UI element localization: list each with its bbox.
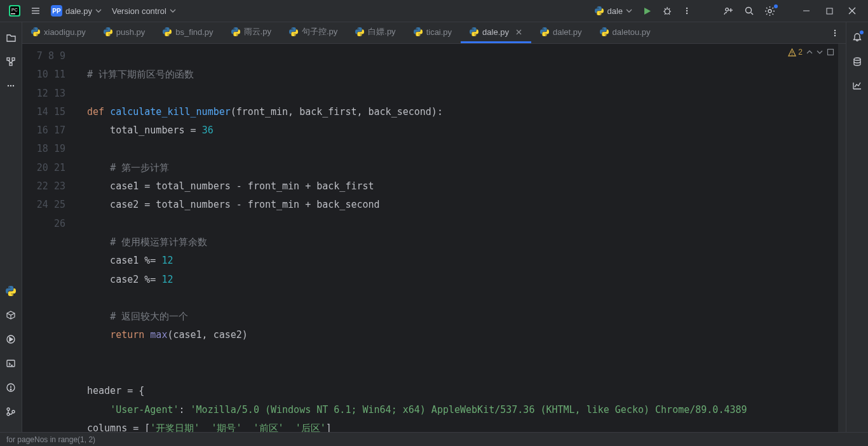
more-actions-button[interactable]	[679, 4, 695, 18]
svg-point-17	[686, 13, 688, 14]
svg-point-47	[834, 32, 836, 33]
svg-rect-29	[12, 58, 15, 60]
vcs-label: Version control	[112, 6, 166, 16]
run-config-dropdown[interactable]: dale	[591, 4, 636, 18]
svg-point-41	[7, 408, 10, 410]
tab-label: 句子控.py	[302, 26, 337, 37]
tab-label: push.py	[116, 27, 146, 37]
project-dropdown[interactable]: PP dale.py	[47, 3, 105, 19]
tab-bs_find[interactable]: bs_find.py	[154, 22, 222, 43]
structure-tool-button[interactable]	[3, 54, 18, 69]
svg-point-35	[13, 85, 14, 86]
tab-句子控[interactable]: 句子控.py	[280, 22, 346, 43]
python-icon	[163, 27, 172, 36]
python-packages-button[interactable]	[3, 307, 18, 323]
chevron-down-icon	[170, 8, 176, 14]
left-toolbar	[0, 22, 22, 432]
code-editor[interactable]: 7 8 9 10 11 12 13 14 15 16 17 18 19 20 2…	[22, 44, 846, 432]
scrollbar[interactable]	[838, 44, 846, 432]
chevron-up-icon[interactable]	[806, 49, 813, 55]
inspection-menu-icon[interactable]	[827, 48, 834, 56]
svg-rect-28	[7, 58, 10, 60]
tab-label: bs_find.py	[175, 27, 213, 37]
svg-line-22	[751, 13, 753, 15]
svg-point-46	[834, 29, 836, 30]
tab-雨云[interactable]: 雨云.py	[222, 22, 280, 43]
project-tool-button[interactable]	[3, 30, 18, 45]
file-dropdown-label: dale.py	[65, 6, 92, 16]
minimize-button[interactable]	[796, 2, 817, 20]
services-button[interactable]	[3, 332, 18, 347]
chevron-down-icon[interactable]	[817, 49, 823, 55]
vcs-dropdown[interactable]: Version control	[108, 4, 180, 18]
problems-button[interactable]	[3, 380, 18, 395]
tab-dalet[interactable]: dalet.py	[531, 22, 591, 43]
python-icon	[600, 27, 609, 36]
more-tool-button[interactable]	[3, 78, 18, 93]
tab-ticai[interactable]: ticai.py	[405, 22, 461, 43]
tab-label: xiaodigu.py	[44, 27, 86, 37]
tab-label: 雨云.py	[244, 26, 271, 37]
tab-白嫖[interactable]: 白嫖.py	[346, 22, 404, 43]
python-icon	[414, 27, 423, 36]
run-button[interactable]	[639, 4, 656, 18]
tabs-more-button[interactable]	[824, 22, 846, 43]
terminal-button[interactable]	[3, 356, 18, 371]
vcs-tool-button[interactable]	[3, 404, 18, 419]
svg-line-13	[665, 13, 666, 15]
warning-count: 2	[798, 48, 803, 57]
svg-point-18	[726, 8, 729, 11]
python-icon	[231, 27, 240, 36]
svg-line-14	[669, 13, 670, 15]
search-button[interactable]	[740, 3, 758, 18]
python-console-button[interactable]	[3, 283, 18, 299]
tab-xiaodigu[interactable]: xiaodigu.py	[22, 22, 95, 43]
tab-dale[interactable]: dale.py	[461, 22, 531, 43]
svg-point-23	[768, 10, 771, 13]
svg-point-40	[10, 389, 11, 391]
svg-point-34	[10, 85, 11, 86]
svg-point-48	[834, 34, 836, 36]
python-icon	[355, 27, 364, 36]
main-menu-button[interactable]	[27, 3, 44, 18]
python-icon	[470, 27, 478, 36]
code-area[interactable]: # 计算下期前区号的函数 def calculate_kill_number(f…	[79, 44, 846, 432]
tab-label: dale.py	[482, 27, 509, 37]
editor-tabs: xiaodigu.pypush.pybs_find.py雨云.py句子控.py白…	[22, 22, 846, 44]
tab-push[interactable]: push.py	[95, 22, 154, 43]
code-with-me-button[interactable]	[719, 3, 738, 19]
close-icon[interactable]	[515, 29, 522, 36]
chevron-down-icon	[95, 8, 102, 14]
svg-point-50	[792, 54, 792, 55]
close-button[interactable]	[841, 2, 863, 20]
app-logo[interactable]: PC	[5, 3, 24, 19]
svg-point-43	[12, 410, 15, 413]
svg-rect-51	[828, 50, 834, 55]
svg-point-21	[746, 8, 752, 13]
svg-point-16	[686, 10, 688, 11]
inspection-widget[interactable]: 2	[788, 48, 834, 57]
tab-daletou[interactable]: daletou.py	[591, 22, 660, 43]
sciview-button[interactable]	[850, 78, 865, 93]
settings-button[interactable]	[761, 3, 779, 19]
tab-label: 白嫖.py	[368, 26, 395, 37]
tab-label: dalet.py	[553, 27, 582, 37]
tab-label: ticai.py	[426, 27, 452, 37]
maximize-button[interactable]	[818, 2, 840, 20]
chevron-down-icon	[626, 8, 632, 14]
svg-point-52	[854, 58, 860, 60]
warning-icon	[788, 48, 796, 57]
python-icon	[595, 6, 604, 15]
database-button[interactable]	[850, 54, 865, 69]
tab-label: daletou.py	[613, 27, 651, 37]
debug-button[interactable]	[658, 3, 676, 18]
svg-rect-25	[827, 8, 832, 14]
project-badge: PP	[51, 5, 62, 17]
line-gutter: 7 8 9 10 11 12 13 14 15 16 17 18 19 20 2…	[22, 44, 79, 432]
right-toolbar	[846, 22, 868, 432]
breadcrumb[interactable]: for pageNos in range(1, 2)	[6, 435, 95, 444]
python-icon	[31, 27, 40, 36]
notifications-button[interactable]	[850, 30, 865, 45]
svg-line-12	[669, 8, 670, 10]
python-icon	[540, 27, 549, 36]
